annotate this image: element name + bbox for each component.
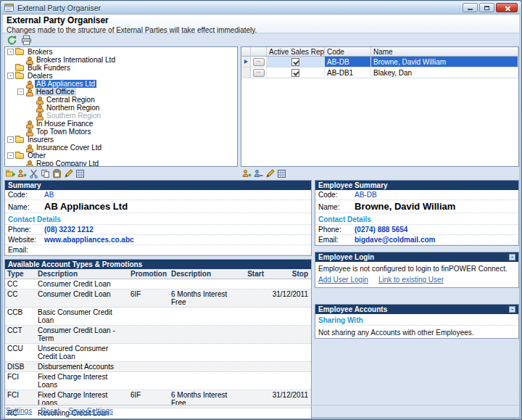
login-message: Employee is not configured to login to f… <box>315 262 518 274</box>
maximize-button[interactable] <box>479 3 494 12</box>
employee-accounts-panel: Employee Accounts Sharing With Not shari… <box>315 304 519 339</box>
tree-expander-icon[interactable] <box>7 73 14 79</box>
promo-description-cell <box>169 344 236 345</box>
description-cell: Consumer Credit Loan <box>36 279 128 289</box>
page-subtitle: Changes made to the structure of Externa… <box>3 25 519 34</box>
tree-item[interactable]: Central Region <box>6 96 237 104</box>
edit-employee-button[interactable] <box>265 169 275 178</box>
checkbox-icon[interactable] <box>291 58 299 66</box>
tree-item[interactable]: Dealers <box>6 72 237 80</box>
tree-item[interactable]: Southern Region <box>6 112 237 120</box>
start-cell <box>236 372 266 374</box>
tree-item[interactable]: Top Town Motors <box>6 128 237 136</box>
start-cell <box>236 279 266 281</box>
link-to-existing-user-link[interactable]: Link to existing User <box>378 276 444 284</box>
properties-button[interactable] <box>75 169 85 178</box>
refresh-button[interactable] <box>6 35 18 46</box>
add-group-button[interactable] <box>6 169 15 178</box>
external-party-icon <box>25 128 33 136</box>
tree-item-label: Repo Company Ltd <box>35 160 100 167</box>
name-column-header[interactable]: Name <box>371 47 518 56</box>
type-cell: DISB <box>5 362 36 371</box>
active-sales-rep-column-header[interactable]: Active Sales Rep <box>267 47 325 56</box>
account-type-row: CCT Consumer Credit Loan - Term <box>5 326 311 344</box>
employee-login-header: Employee Login <box>315 252 518 262</box>
account-types-panel: Available Account Types & Promotions Typ… <box>4 259 312 419</box>
remove-employee-button[interactable] <box>254 169 263 178</box>
employee-login-panel: Employee Login Employee is not configure… <box>315 252 519 288</box>
stop-cell: 31/12/2011 <box>266 289 311 299</box>
tree-item[interactable]: Repo Company Ltd <box>6 160 237 167</box>
minimize-button[interactable] <box>463 3 478 12</box>
tree-item[interactable]: Head Office <box>6 88 237 96</box>
active-sales-rep-cell[interactable] <box>267 57 325 67</box>
folder-icon <box>15 65 24 71</box>
close-button[interactable] <box>496 3 518 12</box>
tree-item[interactable]: AB Appliances Ltd <box>6 80 237 88</box>
add-party-button[interactable] <box>17 169 27 178</box>
current-row-arrow-icon <box>244 59 248 64</box>
party-summary-column: Summary Code: AB Name: AB Appliances Ltd… <box>4 180 312 419</box>
tree-item[interactable]: Other <box>6 152 237 160</box>
save-settings-link[interactable]: Save Settings <box>68 407 113 415</box>
tree-item[interactable]: Brokers <box>6 48 237 56</box>
copy-button[interactable] <box>41 169 50 178</box>
add-employee-button[interactable] <box>242 169 252 178</box>
print-button[interactable] <box>20 35 33 46</box>
promotion-cell <box>128 372 169 374</box>
add-user-login-link[interactable]: Add User Login <box>318 276 368 284</box>
type-cell: FCI <box>5 390 36 400</box>
tree-expander-icon[interactable] <box>7 152 14 159</box>
collapse-login-button[interactable] <box>509 254 515 260</box>
employee-accounts-body: Sharing With Not sharing any Accounts wi… <box>315 314 518 338</box>
tree-item[interactable]: Northern Region <box>6 104 237 112</box>
sharing-message: Not sharing any Accounts with other Empl… <box>315 326 518 338</box>
open-employee-button[interactable] <box>253 58 265 66</box>
promotion-cell <box>128 362 169 363</box>
checkbox-icon[interactable] <box>291 69 299 77</box>
tree-item[interactable]: Brokers International Ltd <box>6 56 237 64</box>
description-column-header: Description <box>36 269 128 279</box>
edit-button[interactable] <box>64 169 73 178</box>
reset-link[interactable]: Reset <box>41 407 59 415</box>
employee-row[interactable]: AB-DB Browne, David William <box>241 57 518 67</box>
collapse-accounts-button[interactable] <box>509 306 515 313</box>
employee-name-value: Browne, David William <box>355 201 455 212</box>
employee-summary-header: Employee Summary <box>315 181 518 190</box>
phone-label: Phone: <box>8 226 44 234</box>
active-sales-rep-cell[interactable] <box>267 67 325 78</box>
settings-link[interactable]: Settings <box>6 407 32 415</box>
promo-description-cell <box>169 326 236 327</box>
open-employee-button[interactable] <box>253 69 265 77</box>
titlebar[interactable]: External Party Organiser <box>1 1 521 15</box>
employees-grid-panel: Active Sales Rep Code Name AB-DB Browne,… <box>241 46 519 167</box>
promo-description-cell <box>169 308 236 309</box>
start-cell <box>236 289 266 291</box>
employee-properties-button[interactable] <box>277 169 286 178</box>
tree-expander-icon[interactable] <box>7 49 14 55</box>
website-value[interactable]: www.abappliances.co.abc <box>44 236 134 244</box>
cut-button[interactable] <box>29 169 38 178</box>
external-party-icon <box>25 81 33 88</box>
edit-employee-icon <box>265 169 275 178</box>
description-cell: Consumer Credit Loan - Term <box>36 326 128 343</box>
tree-expander-icon[interactable] <box>7 136 14 143</box>
tree-item[interactable]: Insurers <box>6 136 237 144</box>
external-party-icon <box>36 112 44 120</box>
employee-row[interactable]: AB-DB1 Blakey, Dan <box>241 67 518 78</box>
external-party-tree-panel: Brokers Brokers International Ltd Bu <box>4 46 238 167</box>
summary-panel: Summary Code: AB Name: AB Appliances Ltd… <box>4 180 312 256</box>
tree-item[interactable]: In House Finance <box>6 120 237 128</box>
grid-header-row: Active Sales Rep Code Name <box>241 47 518 57</box>
properties-icon <box>75 169 85 178</box>
open-column-header <box>251 47 267 56</box>
tree-expander-icon[interactable] <box>17 88 24 95</box>
code-column-header[interactable]: Code <box>325 47 371 56</box>
type-cell: CCB <box>5 308 36 317</box>
employee-email-value[interactable]: bigdave@coldmail.com <box>355 236 435 244</box>
paste-button[interactable] <box>52 169 62 178</box>
tree-item-label: Head Office <box>35 88 76 96</box>
type-column-header: Type <box>5 269 36 279</box>
tree-item[interactable]: Insurance Cover Ltd <box>6 144 237 152</box>
tree-item[interactable]: Bulk Funders <box>6 64 237 72</box>
